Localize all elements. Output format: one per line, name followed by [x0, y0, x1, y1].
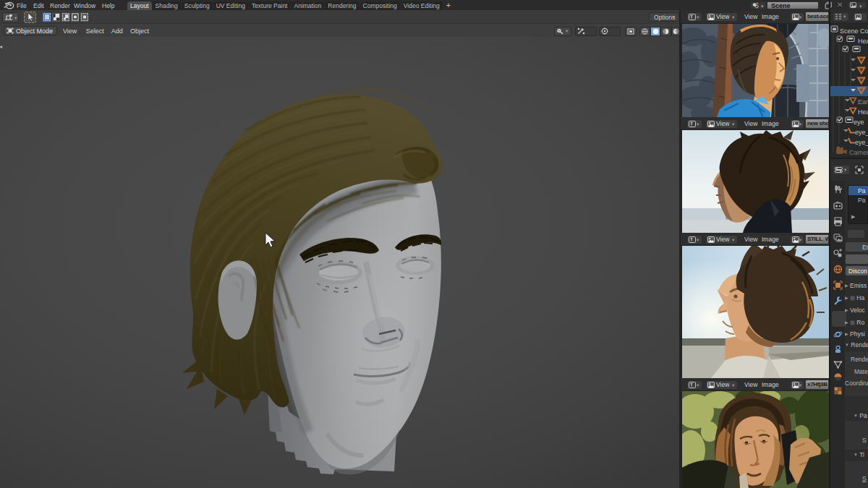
svg-text:Ear: Ear — [858, 98, 868, 106]
svg-text:eye: eye — [854, 119, 864, 126]
svg-text:eye_: eye_ — [855, 139, 868, 146]
svg-text:Scene Colle: Scene Colle — [840, 27, 868, 35]
svg-text:Hea: Hea — [858, 38, 868, 45]
svg-text:eye_: eye_ — [855, 129, 868, 136]
svg-text:Camera: Camera — [849, 149, 868, 156]
svg-text:Hea: Hea — [858, 108, 868, 116]
